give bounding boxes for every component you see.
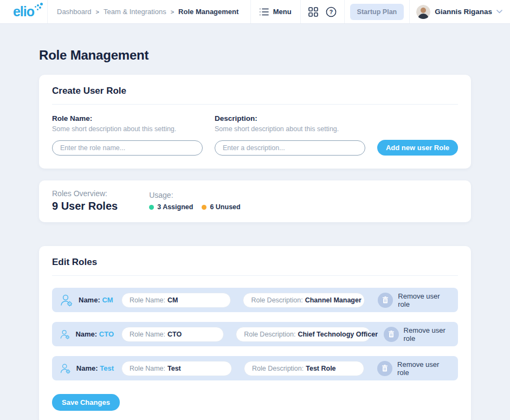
svg-text:?: ? — [329, 9, 332, 15]
role-name-value: CM — [102, 296, 113, 304]
remove-user-role-button[interactable]: Remove user role — [378, 292, 450, 308]
breadcrumb-item-role-management: Role Management — [178, 8, 238, 16]
unused-dot-icon — [202, 205, 206, 210]
remove-user-role-button[interactable]: Remove user role — [377, 360, 450, 377]
roles-overview-label: Roles Overview: — [52, 189, 118, 198]
breadcrumb: Dashboard > Team & Integrations > Role M… — [48, 0, 250, 23]
avatar — [416, 5, 430, 19]
role-description-field[interactable]: Role Description: Test Role — [244, 361, 364, 376]
role-identity: Name: CM — [60, 294, 114, 307]
page-title: Role Management — [39, 48, 471, 63]
role-row: Name: CM Role Name: CM Role Description:… — [52, 288, 458, 312]
role-row: Name: Test Role Name: Test Role Descript… — [52, 356, 458, 380]
help-icon[interactable]: ? — [326, 7, 337, 17]
role-name-field[interactable]: Role Name: CM — [121, 293, 231, 308]
usage-label: Usage: — [149, 191, 241, 199]
role-name-value: CTO — [99, 330, 114, 338]
role-name-tag: Name: CM — [79, 296, 113, 304]
trash-icon[interactable] — [377, 361, 392, 376]
header-icons: ? — [300, 0, 344, 23]
roles-overview-card: Roles Overview: 9 User Roles Usage: 3 As… — [39, 180, 471, 222]
startup-plan-button[interactable]: Startup Plan — [350, 4, 404, 20]
role-description-field[interactable]: Role Description: Channel Manager — [243, 293, 365, 308]
list-menu-icon — [260, 8, 269, 16]
logo-text: elio — [13, 5, 34, 18]
save-changes-button[interactable]: Save Changes — [52, 394, 120, 411]
edit-roles-title: Edit Roles — [52, 257, 458, 275]
logo-dots-icon — [34, 3, 43, 11]
role-name-input[interactable] — [52, 140, 203, 156]
breadcrumb-separator: > — [171, 9, 174, 15]
plan-section: Startup Plan — [344, 0, 410, 23]
trash-icon[interactable] — [384, 327, 399, 342]
user-roles-count: 9 User Roles — [52, 200, 118, 212]
user-gear-icon — [60, 294, 74, 307]
edit-roles-card: Edit Roles Name: CM Role — [39, 246, 471, 420]
role-identity: Name: CTO — [60, 328, 114, 341]
create-user-role-title: Create User Role — [52, 86, 458, 104]
add-new-user-role-button[interactable]: Add new user Role — [377, 140, 458, 156]
divider — [52, 104, 458, 105]
create-user-role-card: Create User Role Role Name: Some short d… — [39, 75, 471, 169]
divider — [52, 275, 458, 276]
role-name-tag: Name: CTO — [75, 330, 114, 338]
usage-block: Usage: 3 Assigned 6 Unused — [149, 191, 241, 211]
top-header: elio Dashboard > Team & Integrations > R… — [0, 0, 510, 24]
remove-user-role-button[interactable]: Remove user role — [384, 326, 450, 343]
app-logo[interactable]: elio — [0, 0, 48, 23]
description-input[interactable] — [215, 140, 365, 156]
role-row: Name: CTO Role Name: CTO Role Descriptio… — [52, 322, 458, 346]
apps-grid-icon[interactable] — [308, 7, 318, 17]
unused-stat: 6 Unused — [202, 203, 240, 211]
roles-overview-block: Roles Overview: 9 User Roles — [52, 189, 118, 212]
assigned-label: 3 Assigned — [157, 203, 193, 211]
role-name-field[interactable]: Role Name: CTO — [121, 327, 224, 342]
user-gear-icon — [60, 362, 72, 375]
assigned-dot-icon — [149, 205, 154, 210]
role-identity: Name: Test — [60, 362, 114, 375]
description-hint: Some short description about this settin… — [215, 125, 365, 133]
user-gear-icon — [60, 328, 70, 341]
breadcrumb-item-dashboard[interactable]: Dashboard — [57, 8, 92, 16]
chevron-down-icon — [496, 10, 502, 14]
role-name-tag: Name: Test — [76, 364, 114, 372]
menu-button[interactable]: Menu — [250, 0, 300, 23]
role-name-group: Role Name: Some short description about … — [52, 114, 203, 156]
role-description-field[interactable]: Role Description: Chief Technology Offic… — [236, 327, 370, 342]
unused-label: 6 Unused — [210, 203, 240, 211]
breadcrumb-separator: > — [96, 9, 99, 15]
assigned-stat: 3 Assigned — [149, 203, 193, 211]
breadcrumb-item-team-integrations[interactable]: Team & Integrations — [104, 8, 166, 16]
trash-icon[interactable] — [378, 293, 393, 308]
user-name: Giannis Riganas — [435, 8, 492, 16]
user-menu[interactable]: Giannis Riganas — [409, 0, 510, 23]
description-label: Description: — [215, 114, 365, 122]
description-group: Description: Some short description abou… — [215, 114, 365, 156]
role-name-label: Role Name: — [52, 114, 203, 122]
role-name-field[interactable]: Role Name: Test — [121, 361, 232, 376]
role-name-value: Test — [100, 364, 114, 372]
role-name-hint: Some short description about this settin… — [52, 125, 203, 133]
main-content: Role Management Create User Role Role Na… — [0, 48, 510, 420]
menu-label: Menu — [273, 8, 292, 16]
